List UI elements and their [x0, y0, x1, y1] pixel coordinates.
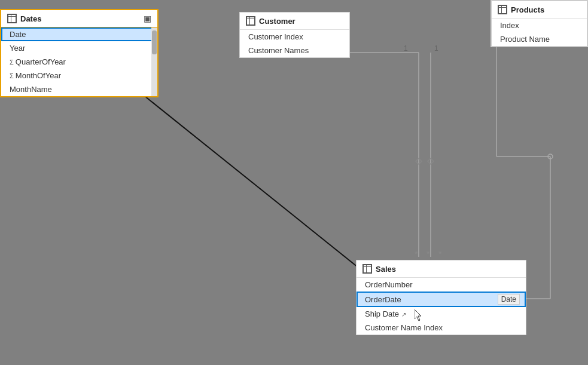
dates-field-quarterofyear[interactable]: QuarterOfYear	[1, 55, 157, 69]
dates-field-monthname[interactable]: MonthName	[1, 82, 157, 96]
svg-marker-13	[416, 158, 422, 164]
sales-table-body: OrderNumber OrderDate Date Ship Date ↗ C…	[357, 278, 526, 335]
products-table-icon	[498, 5, 507, 14]
sales-table-header: Sales	[357, 260, 526, 278]
table-icon	[7, 14, 17, 23]
sales-field-ordernumber[interactable]: OrderNumber	[357, 278, 526, 292]
dates-field-date[interactable]: Date	[1, 27, 157, 41]
dates-title: Dates	[20, 14, 41, 23]
svg-point-12	[548, 154, 553, 159]
dates-scroll-thumb	[152, 30, 157, 54]
svg-text:1: 1	[434, 44, 438, 53]
sales-table: Sales OrderNumber OrderDate Date Ship Da…	[356, 260, 526, 335]
svg-text:*: *	[426, 249, 430, 259]
customer-table-header: Customer	[240, 13, 349, 30]
sales-orderdate-label: OrderDate	[365, 295, 401, 304]
svg-text:*: *	[415, 249, 418, 259]
products-field-index[interactable]: Index	[492, 19, 587, 32]
products-table-body: Index Product Name	[492, 19, 587, 46]
customer-title: Customer	[259, 17, 295, 26]
sales-table-icon	[362, 264, 372, 274]
svg-text:*: *	[438, 249, 442, 259]
customer-table-icon	[246, 16, 255, 26]
sales-orderdate-tooltip: Date	[498, 294, 520, 305]
customer-field-index[interactable]: Customer Index	[240, 30, 349, 44]
dates-field-monthofyear[interactable]: MonthOfYear	[1, 69, 157, 82]
dates-table-header: Dates ▣	[1, 10, 157, 27]
customer-field-names[interactable]: Customer Names	[240, 44, 349, 57]
products-table-header: Products	[492, 1, 587, 19]
sales-field-customernameindex[interactable]: Customer Name Index	[357, 321, 526, 335]
products-title: Products	[511, 5, 544, 14]
sales-field-orderdate[interactable]: OrderDate Date	[357, 292, 526, 307]
customer-table-body: Customer Index Customer Names	[240, 30, 349, 57]
dates-scrollbar[interactable]	[151, 27, 157, 96]
svg-text:1: 1	[404, 44, 408, 53]
sales-field-shipdate[interactable]: Ship Date ↗	[357, 307, 526, 321]
dates-pin-icon[interactable]: ▣	[144, 14, 151, 23]
dates-field-year[interactable]: Year	[1, 41, 157, 55]
customer-table: Customer Customer Index Customer Names	[239, 12, 350, 58]
svg-marker-14	[428, 158, 434, 164]
dates-table-body: Date Year QuarterOfYear MonthOfYear Mont…	[1, 27, 157, 96]
products-field-productname[interactable]: Product Name	[492, 32, 587, 46]
dates-table: Dates ▣ Date Year QuarterOfYear MonthOfY…	[0, 9, 159, 97]
products-table: Products Index Product Name	[490, 0, 588, 47]
sales-title: Sales	[376, 265, 396, 274]
